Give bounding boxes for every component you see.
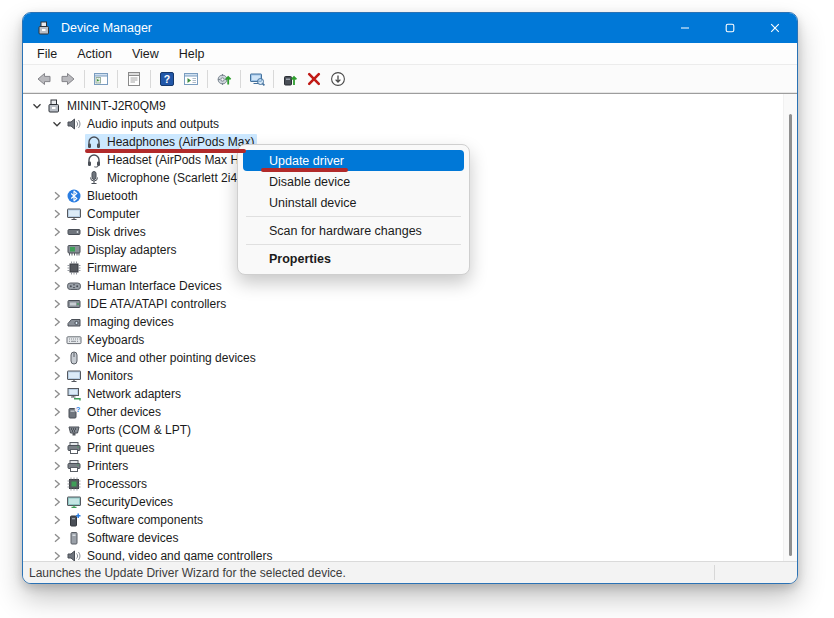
chevron-right-icon[interactable] [49,530,65,546]
processor-chip-icon [66,476,82,492]
disable-device-button[interactable] [326,67,350,91]
tree-item-human-interface-devices[interactable]: Human Interface Devices [23,277,797,295]
tree-item-content[interactable]: Network adapters [65,386,184,402]
chevron-right-icon[interactable] [49,314,65,330]
menu-item-help[interactable]: Help [169,45,215,63]
chevron-right-icon[interactable] [49,368,65,384]
scrollbar-thumb[interactable] [789,114,792,556]
chevron-right-icon[interactable] [49,332,65,348]
context-menu-item-uninstall-device[interactable]: Uninstall device [243,192,464,213]
tree-item-imaging-devices[interactable]: Imaging devices [23,313,797,331]
chevron-right-icon[interactable] [49,458,65,474]
tree-item-printers[interactable]: Printers [23,457,797,475]
context-menu-item-disable-device[interactable]: Disable device [243,171,464,192]
tree-item-monitors[interactable]: Monitors [23,367,797,385]
context-menu-item-scan-hardware-changes[interactable]: Scan for hardware changes [243,220,464,241]
properties-window-icon [126,71,142,87]
tree-item-label: Mice and other pointing devices [87,350,256,366]
update-driver-button[interactable] [278,67,302,91]
tree-item-content[interactable]: Printers [65,458,131,474]
tree-item-content[interactable]: Human Interface Devices [65,278,225,294]
chevron-down-icon[interactable] [49,116,65,132]
tree-item-keyboards[interactable]: Keyboards [23,331,797,349]
export-button[interactable] [212,67,236,91]
tree-item-content[interactable]: Audio inputs and outputs [65,116,222,132]
chevron-right-icon[interactable] [49,404,65,420]
tree-item-network-adapters[interactable]: Network adapters [23,385,797,403]
chevron-right-icon[interactable] [49,278,65,294]
tree-item-content[interactable]: Bluetooth [65,188,141,204]
computer-search-icon [249,71,265,87]
tree-item-content[interactable]: Firmware [65,260,140,276]
minimize-button[interactable] [662,13,707,43]
menu-item-file[interactable]: File [27,45,67,63]
menu-item-action[interactable]: Action [67,45,122,63]
back-button[interactable] [32,67,56,91]
context-menu-item-properties[interactable]: Properties [243,248,464,269]
tree-item-content[interactable]: ?Other devices [65,404,164,420]
tree-item-ide-ata-atapi-controllers[interactable]: IDE ATA/ATAPI controllers [23,295,797,313]
tree-item-mice-and-other-pointing-devices[interactable]: Mice and other pointing devices [23,349,797,367]
properties-button[interactable] [122,67,146,91]
titlebar[interactable]: Device Manager [23,13,797,43]
maximize-button[interactable] [707,13,752,43]
tree-item-software-devices[interactable]: Software devices [23,529,797,547]
tree-item-content[interactable]: Computer [65,206,143,222]
tree-item-print-queues[interactable]: Print queues [23,439,797,457]
tree-item-content[interactable]: Headphones (AirPods Max) [85,134,257,150]
tree-item-label: Software devices [87,530,178,546]
chevron-right-icon[interactable] [49,422,65,438]
tree-item-content[interactable]: Headset (AirPods Max H [85,152,242,168]
tree-item-content[interactable]: Software components [65,512,206,528]
tree-item-content[interactable]: IDE ATA/ATAPI controllers [65,296,229,312]
tree-item-content[interactable]: Keyboards [65,332,147,348]
tree-item-content[interactable]: Sound, video and game controllers [65,548,275,561]
tree-item-content[interactable]: Display adapters [65,242,179,258]
console-tree-button[interactable] [89,67,113,91]
chevron-right-icon[interactable] [49,440,65,456]
tree-item-content[interactable]: Ports (COM & LPT) [65,422,194,438]
tree-item-content[interactable]: Monitors [65,368,136,384]
tree-item-content[interactable]: MININT-J2R0QM9 [45,98,169,114]
tree-item-other-devices[interactable]: ?Other devices [23,403,797,421]
chevron-right-icon[interactable] [49,476,65,492]
chevron-right-icon[interactable] [49,224,65,240]
uninstall-device-button[interactable] [302,67,326,91]
tree-item-content[interactable]: Imaging devices [65,314,177,330]
chevron-right-icon[interactable] [49,494,65,510]
chevron-down-icon[interactable] [29,98,45,114]
forward-button[interactable] [56,67,80,91]
tree-item-content[interactable]: Processors [65,476,150,492]
chevron-right-icon[interactable] [49,350,65,366]
vertical-scrollbar[interactable] [783,94,797,561]
tree-item-content[interactable]: SecurityDevices [65,494,176,510]
chevron-right-icon[interactable] [49,242,65,258]
tree-item-software-components[interactable]: Software components [23,511,797,529]
tree-item-sound-video-and-game-controllers[interactable]: Sound, video and game controllers [23,547,797,561]
tree-item-processors[interactable]: Processors [23,475,797,493]
chevron-right-icon[interactable] [49,296,65,312]
chevron-right-icon[interactable] [49,188,65,204]
remote-computer-button[interactable] [245,67,269,91]
tree-item-content[interactable]: Disk drives [65,224,149,240]
tree-item-content[interactable]: Mice and other pointing devices [65,350,259,366]
help-button[interactable]: ? [155,67,179,91]
chevron-right-icon[interactable] [49,206,65,222]
tree-item-minint-j2r0qm9[interactable]: MININT-J2R0QM9 [23,97,797,115]
tree-item-securitydevices[interactable]: SecurityDevices [23,493,797,511]
chevron-right-icon[interactable] [49,386,65,402]
tree-item-ports-com-lpt[interactable]: Ports (COM & LPT) [23,421,797,439]
context-menu: Update driverDisable deviceUninstall dev… [237,144,470,275]
tree-item-content[interactable]: Software devices [65,530,181,546]
chevron-right-icon[interactable] [49,260,65,276]
tree-item-audio-inputs-and-outputs[interactable]: Audio inputs and outputs [23,115,797,133]
tree-item-content[interactable]: Print queues [65,440,157,456]
chevron-right-icon[interactable] [49,548,65,561]
menu-item-view[interactable]: View [122,45,169,63]
tree-item-content[interactable]: Microphone (Scarlett 2i4 [85,170,240,186]
close-button[interactable] [752,13,797,43]
chevron-right-icon[interactable] [49,512,65,528]
ide-controller-icon [66,296,82,312]
tree-item-label: Bluetooth [87,188,138,204]
action-pane-button[interactable] [179,67,203,91]
